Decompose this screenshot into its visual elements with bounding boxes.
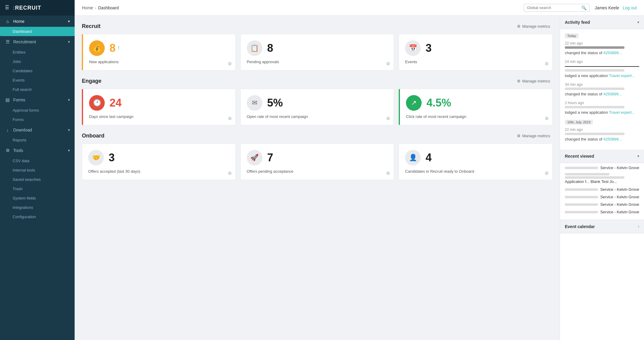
feed-item: 22 min ago changed the status of 4250899…: [565, 41, 639, 55]
feed-link[interactable]: Travel expert...: [609, 110, 635, 115]
nav-system-fields-label: System fields: [13, 196, 36, 200]
recent-viewed-item[interactable]: Service - Kelvin Grove: [565, 210, 639, 214]
nav-full-search-label: Full search: [13, 87, 32, 92]
rv-bar: [565, 196, 598, 198]
rv-bar: [565, 173, 609, 175]
onboard-manage-metrics-button[interactable]: ⚙ Manage metrics: [515, 132, 553, 139]
nav-csv-data-label: CSV data: [13, 159, 29, 163]
metric-settings-icon[interactable]: ⚙: [228, 171, 232, 176]
recent-viewed-header[interactable]: Recent viewed ▾: [560, 150, 644, 163]
nav-events[interactable]: Events: [0, 76, 75, 85]
feed-item: 34 min ago changed the status of 4250899…: [565, 82, 639, 97]
applications-value: 8: [110, 43, 116, 54]
metric-settings-icon[interactable]: ⚙: [228, 116, 232, 121]
activity-feed-header[interactable]: Activity feed ▾: [560, 16, 644, 29]
recent-viewed-content: Service - Kelvin Grove Application f... …: [560, 163, 644, 220]
metric-days-since-campaign: 🕐 24 Days since last campaign ⚙: [82, 89, 236, 125]
metric-settings-icon[interactable]: ⚙: [386, 116, 390, 121]
nav-forms-sub-label: Forms: [13, 117, 24, 122]
nav-download[interactable]: ↓ Download ▾: [0, 124, 75, 135]
feed-action: lodged a new application: [565, 110, 609, 115]
rv-item-text: Service - Kelvin Grove: [600, 210, 639, 214]
nav-recruitment-section: ☰ Recruitment ▾ Entities Jobs Candidates…: [0, 36, 75, 94]
activity-feed-title: Activity feed: [565, 20, 590, 25]
chevron-down-icon: ▾: [68, 98, 70, 102]
feed-link[interactable]: 4250899...: [603, 51, 622, 55]
feed-action: changed the status of: [565, 137, 603, 141]
nav-jobs-label: Jobs: [13, 59, 21, 64]
metric-settings-icon[interactable]: ⚙: [545, 171, 549, 176]
nav-dashboard[interactable]: Dashboard: [0, 27, 75, 36]
nav-tools-section: ⚙ Tools ▾ CSV data Internal tools Saved …: [0, 145, 75, 221]
event-calendar-header[interactable]: Event calendar ›: [560, 220, 644, 233]
nav-events-label: Events: [13, 78, 25, 82]
nav-home[interactable]: ⌂ Home ▾: [0, 16, 75, 27]
applications-icon: 💰: [89, 40, 105, 56]
nav-trash[interactable]: Trash: [0, 184, 75, 193]
nav-forms[interactable]: ▤ Forms ▾: [0, 94, 75, 106]
rv-bar: [565, 176, 624, 179]
activity-feed-content: Today 22 min ago changed the status of 4…: [560, 29, 644, 150]
gear-icon: ⚙: [517, 134, 521, 138]
global-search-box[interactable]: 🔍: [524, 4, 590, 12]
nav-reports[interactable]: Reports: [0, 135, 75, 145]
recent-viewed-title: Recent viewed: [565, 154, 594, 159]
recent-viewed-item[interactable]: Service - Kelvin Grove: [565, 165, 639, 170]
nav-system-fields[interactable]: System fields: [0, 193, 75, 203]
search-input[interactable]: [527, 5, 580, 10]
today-badge: Today: [565, 33, 578, 38]
onboard-section-title: Onboard: [82, 133, 104, 139]
user-name: James Keele: [595, 5, 619, 10]
feed-link[interactable]: 4250899...: [603, 137, 622, 141]
offers-accepted-value: 3: [109, 152, 115, 163]
chevron-down-icon: ▾: [68, 148, 70, 153]
nav-recruitment[interactable]: ☰ Recruitment ▾: [0, 36, 75, 48]
chevron-down-icon: ▾: [637, 154, 639, 158]
cursor-icon: ↗: [406, 95, 422, 111]
metric-candidates-onboard: 👤 4 Candidates in Recruit ready to Onboa…: [399, 144, 553, 180]
feed-link[interactable]: 4250899...: [603, 92, 622, 96]
chevron-down-icon: ▾: [68, 128, 70, 132]
recent-viewed-item[interactable]: Application f... Blank Test Jo...: [565, 173, 639, 184]
recent-viewed-item[interactable]: Service - Kelvin Grove: [565, 187, 639, 192]
search-icon[interactable]: 🔍: [581, 5, 587, 10]
nav-approval-forms[interactable]: Approval forms: [0, 106, 75, 115]
email-icon: ✉: [247, 95, 262, 111]
nav-internal-tools[interactable]: Internal tools: [0, 165, 75, 175]
nav-candidates[interactable]: Candidates: [0, 66, 75, 76]
click-rate-label: Click rate of most recent campaign: [406, 114, 546, 119]
nav-full-search[interactable]: Full search: [0, 85, 75, 94]
nav-download-label: Download: [13, 128, 65, 132]
metric-settings-icon[interactable]: ⚙: [386, 61, 390, 66]
nav-saved-searches[interactable]: Saved searches: [0, 175, 75, 184]
rv-bar: [565, 188, 598, 191]
nav-jobs[interactable]: Jobs: [0, 57, 75, 66]
nav-integrations[interactable]: Integrations: [0, 203, 75, 212]
nav-csv-data[interactable]: CSV data: [0, 156, 75, 165]
nav-tools[interactable]: ⚙ Tools ▾: [0, 145, 75, 156]
feed-action: lodged a new application: [565, 73, 609, 78]
date-separator-badge: 10th, July, 2019: [565, 120, 593, 125]
nav-forms-sub[interactable]: Forms: [0, 115, 75, 124]
rv-bar: [565, 203, 598, 206]
gear-icon: ⚙: [517, 24, 521, 29]
metric-settings-icon[interactable]: ⚙: [386, 171, 390, 176]
open-rate-value: 5%: [267, 97, 283, 108]
metric-settings-icon[interactable]: ⚙: [545, 116, 549, 121]
logout-link[interactable]: Log out: [623, 5, 637, 10]
nav-configuration[interactable]: Configuration: [0, 212, 75, 221]
days-since-label: Days since last campaign: [89, 114, 229, 119]
feed-user-bar: [565, 46, 624, 49]
recruit-manage-metrics-button[interactable]: ⚙ Manage metrics: [515, 23, 553, 30]
metric-settings-icon[interactable]: ⚙: [228, 61, 232, 66]
nav-entities[interactable]: Entities: [0, 48, 75, 57]
metric-settings-icon[interactable]: ⚙: [545, 61, 549, 66]
breadcrumb-home[interactable]: Home: [82, 5, 93, 10]
engage-manage-metrics-button[interactable]: ⚙ Manage metrics: [515, 78, 553, 85]
feed-link[interactable]: Travel expert...: [609, 73, 635, 78]
nav-forms-label: Forms: [13, 97, 65, 102]
recent-viewed-item[interactable]: Service - Kelvin Grove: [565, 195, 639, 199]
feed-action: changed the status of: [565, 51, 603, 55]
activity-feed-panel: Activity feed ▾ Today 22 min ago changed…: [560, 16, 644, 340]
recent-viewed-item[interactable]: Service - Kelvin Grove: [565, 202, 639, 207]
